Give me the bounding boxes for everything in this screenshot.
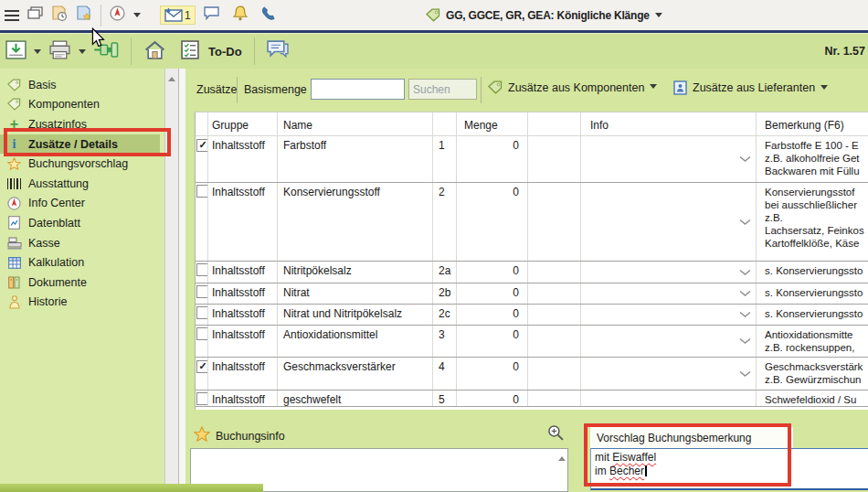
checkbox[interactable]: ✓ [196,285,208,298]
sidebar-item-dokumente[interactable]: Dokumente [0,273,164,293]
table-row[interactable]: ✓ Inhaltsstoff Farbstoff 1 0 Farbstoffe … [196,136,868,183]
header-checkbox-col [196,112,208,136]
panel-splitter[interactable] [178,69,185,492]
sidebar-item-ausstattung[interactable]: Ausstattung [0,174,164,194]
header-bemerkung[interactable]: Bemerkung (F6) [757,112,868,136]
title-dropdown-icon[interactable] [655,13,662,21]
cell-menge: 0 [457,326,528,357]
table-row[interactable]: ✓ Inhaltsstoff Konservierungsstoff 2 0 K… [196,183,868,262]
checkbox[interactable]: ✓ [196,185,208,198]
document-clock-icon[interactable] [51,5,68,26]
sidebar-item-label: Info Center [28,197,85,209]
checkbox[interactable]: ✓ [196,327,208,340]
sidebar-item-info-center[interactable]: Info Center [0,194,164,214]
speech-bubble-icon[interactable] [204,6,219,24]
import-dropdown-icon[interactable] [34,49,41,58]
cell-nr: 2b [433,283,457,304]
chevron-down-icon[interactable] [739,216,751,229]
cell-menge: 0 [457,305,528,325]
scroll-up-icon[interactable] [558,453,566,461]
sidebar-item-label: Basis [28,79,57,91]
header-gruppe[interactable]: Gruppe [208,112,278,136]
print-icon[interactable] [48,40,71,63]
sidebar-item-label: Kalkulation [28,256,84,269]
toolbar-separator [481,77,482,103]
header-menge[interactable]: Menge [457,112,528,136]
toolbar-separator [254,37,255,65]
table-row[interactable]: ✓ Inhaltsstoff Nitrat 2b 0 s. Konservier… [196,283,868,305]
compass-dropdown-icon[interactable] [133,13,141,21]
chevron-down-icon[interactable] [739,335,751,348]
checkbox[interactable]: ✓ [196,392,208,405]
todo-icon[interactable] [181,40,199,63]
header-info[interactable]: Info [581,112,757,136]
cell-name: Konservierungsstoff [278,183,433,261]
zusaetze-aus-lieferanten-button[interactable]: Zusätze aus Lieferanten [673,80,828,95]
sidebar-item-buchungsvorschlag[interactable]: Buchungsvorschlag [0,154,164,174]
sidebar-item-label: Ausstattung [28,177,89,190]
compass-icon [6,197,22,210]
windows-icon[interactable] [27,6,43,24]
chevron-down-icon[interactable] [739,308,751,321]
table-row[interactable]: ✓ Inhaltsstoff Geschmacksverstärker 4 0 … [196,358,868,390]
sidebar-item-historie[interactable]: Historie [0,293,164,313]
table-row[interactable]: ✓ Inhaltsstoff Nitrat und Nitritpökelsal… [196,305,868,326]
compass-icon[interactable] [110,5,125,25]
home-icon[interactable] [143,40,166,63]
todo-label[interactable]: To-Do [208,45,242,59]
sidebar-item-label: Datenblatt [28,217,80,230]
cell-name: Antioxidationsmittel [278,326,433,357]
chevron-down-icon[interactable] [739,368,751,380]
record-title-group[interactable]: GG, GGCE, GR, GEA: Königliche Klänge [426,0,662,30]
cell-empty [528,326,581,357]
sidebar-item-datenblatt[interactable]: Datenblatt [0,213,164,233]
magnifier-plus-icon[interactable] [547,424,564,444]
mail-badge[interactable]: 1 [160,5,196,25]
cell-nr: 2 [433,183,457,261]
table-row[interactable]: ✓ Inhaltsstoff Antioxidationsmittel 3 0 … [196,326,868,358]
table-row[interactable]: ✓ Inhaltsstoff Nitritpökelsalz 2a 0 s. K… [196,262,868,283]
cell-name: Nitrat [278,283,433,304]
button-label: Zusätze aus Komponenten [508,81,644,94]
sidebar-item-kalkulation[interactable]: Kalkulation [0,252,164,273]
import-icon[interactable] [5,40,26,63]
cell-menge: 0 [457,262,528,283]
cell-empty [528,262,581,283]
sidebar-item-kasse[interactable]: Kasse [0,233,164,253]
cell-name: Nitrat und Nitritpökelsalz [278,305,433,325]
cell-info [581,305,757,325]
sidebar-item-komponenten[interactable]: Komponenten [0,95,164,115]
scroll-up-icon[interactable] [168,73,175,81]
section-label: Zusätze [196,83,237,96]
chevron-down-icon[interactable] [739,153,751,166]
cell-info [581,183,757,261]
print-dropdown-icon[interactable] [79,49,86,58]
search-input[interactable] [408,79,477,100]
zusaetze-aus-komponenten-button[interactable]: Zusätze aus Komponenten [488,80,657,94]
sidebar-item-label: Historie [28,295,67,308]
header-nr [433,112,457,136]
chevron-down-icon[interactable] [739,266,751,279]
sidebar-item-basis[interactable]: Basis [0,75,164,95]
cell-empty [528,183,581,261]
bell-icon[interactable] [233,5,248,25]
cell-nr: 1 [433,136,457,182]
dropdown-icon [820,85,828,93]
table-row[interactable]: ✓ Inhaltsstoff geschwefelt 5 0 Schwefeld… [196,390,868,407]
checkbox[interactable]: ✓ [196,360,208,373]
cash-register-icon [6,237,22,250]
header-name[interactable]: Name [278,112,433,136]
cell-empty [528,283,581,304]
basismenge-input[interactable] [311,79,405,100]
cell-name: geschwefelt [278,390,433,406]
phone-icon[interactable] [261,6,277,25]
menu-icon[interactable] [5,10,19,21]
mail-count: 1 [185,9,191,22]
document-star-icon[interactable] [76,5,92,26]
chevron-down-icon[interactable] [739,287,751,300]
checkbox[interactable]: ✓ [196,306,208,319]
chat-icon[interactable] [267,40,289,63]
checkbox[interactable]: ✓ [196,263,208,276]
record-number: Nr. 1.57 [825,45,865,58]
checkbox[interactable]: ✓ [196,139,208,152]
